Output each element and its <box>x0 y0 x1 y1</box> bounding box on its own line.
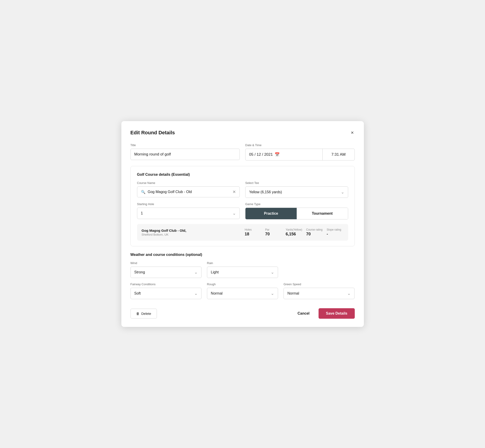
title-input[interactable] <box>130 149 240 160</box>
footer-right: Cancel Save Details <box>294 308 355 319</box>
green-speed-value: Normal <box>287 291 299 296</box>
close-button[interactable]: × <box>350 129 355 136</box>
green-speed-dropdown[interactable]: Normal ⌄ <box>283 288 355 299</box>
game-type-field: Game Type Practice Tournament <box>245 202 348 219</box>
fairway-value: Soft <box>134 291 141 296</box>
modal-header: Edit Round Details × <box>130 129 355 136</box>
starting-hole-field: Starting Hole 1 ⌄ <box>137 202 240 219</box>
golf-course-section: Golf Course details (Essential) Course N… <box>130 166 355 246</box>
course-location: Shelford Bottom, UK <box>142 233 241 236</box>
course-info-card: Gog Magog Golf Club - Old, Shelford Bott… <box>137 224 348 241</box>
time-part[interactable]: 7:31 AM <box>323 149 355 160</box>
rain-label: Rain <box>207 261 278 265</box>
modal-footer: 🗑 Delete Cancel Save Details <box>130 304 355 319</box>
rough-field: Rough Normal ⌄ <box>207 282 278 299</box>
course-name-field: Course Name 🔍 Gog Magog Golf Club - Old … <box>137 181 240 198</box>
starting-hole-value: 1 <box>141 211 143 215</box>
chevron-down-icon: ⌄ <box>347 291 351 296</box>
title-date-row: Title Date & Time 05 / 12 / 2021 📅 7:31 … <box>130 144 355 160</box>
wind-field: Wind Strong ⌄ <box>130 261 202 278</box>
edit-round-modal: Edit Round Details × Title Date & Time 0… <box>121 121 364 327</box>
select-tee-field: Select Tee Yellow (6,156 yards) ⌄ <box>245 181 348 198</box>
chevron-down-icon: ⌄ <box>271 291 274 296</box>
game-type-label: Game Type <box>245 202 348 206</box>
fairway-label: Fairway Conditions <box>130 282 202 286</box>
game-type-toggle: Practice Tournament <box>245 208 348 219</box>
starting-hole-label: Starting Hole <box>137 202 240 206</box>
rough-value: Normal <box>211 291 223 296</box>
holes-stat: Holes 18 <box>241 228 262 237</box>
golf-course-title: Golf Course details (Essential) <box>137 173 348 177</box>
weather-section: Weather and course conditions (optional)… <box>130 253 355 299</box>
course-rating-label: Course rating <box>306 228 323 231</box>
delete-button[interactable]: 🗑 Delete <box>130 309 157 319</box>
search-icon: 🔍 <box>141 190 146 194</box>
save-button[interactable]: Save Details <box>319 308 355 319</box>
select-tee-value: Yellow (6,156 yards) <box>249 190 282 194</box>
datetime-row: 05 / 12 / 2021 📅 7:31 AM <box>245 149 355 160</box>
course-rating-stat: Course rating 70 <box>303 228 323 237</box>
yards-label: Yards(Yellow) <box>286 228 302 231</box>
course-name-label: Course Name <box>137 181 240 185</box>
wind-value: Strong <box>134 270 145 274</box>
chevron-down-icon: ⌄ <box>341 190 344 195</box>
par-stat: Par 70 <box>262 228 282 237</box>
wind-rain-row: Wind Strong ⌄ Rain Light ⌄ <box>130 261 355 278</box>
chevron-down-icon: ⌄ <box>194 291 198 296</box>
date-value: 05 / 12 / 2021 <box>249 152 273 157</box>
yards-value: 6,156 <box>286 232 296 237</box>
holes-value: 18 <box>245 232 249 237</box>
par-label: Par <box>265 228 270 231</box>
delete-label: Delete <box>141 312 151 315</box>
weather-title: Weather and course conditions (optional) <box>130 253 355 257</box>
wind-dropdown[interactable]: Strong ⌄ <box>130 267 202 278</box>
yards-stat: Yards(Yellow) 6,156 <box>282 228 303 237</box>
practice-button[interactable]: Practice <box>245 208 297 219</box>
conditions-row: Fairway Conditions Soft ⌄ Rough Normal ⌄… <box>130 282 355 299</box>
time-value: 7:31 AM <box>331 152 345 157</box>
title-label: Title <box>130 144 240 147</box>
par-value: 70 <box>265 232 270 237</box>
select-tee-dropdown[interactable]: Yellow (6,156 yards) ⌄ <box>245 186 348 198</box>
tournament-button[interactable]: Tournament <box>297 208 348 219</box>
course-rating-value: 70 <box>306 232 311 237</box>
holes-label: Holes <box>245 228 252 231</box>
hole-gametype-row: Starting Hole 1 ⌄ Game Type Practice Tou… <box>137 202 348 219</box>
datetime-label: Date & Time <box>245 144 355 147</box>
modal-title: Edit Round Details <box>130 130 175 136</box>
fairway-dropdown[interactable]: Soft ⌄ <box>130 288 202 299</box>
green-speed-field: Green Speed Normal ⌄ <box>283 282 355 299</box>
course-name-input[interactable]: 🔍 Gog Magog Golf Club - Old ✕ <box>137 186 240 197</box>
chevron-down-icon: ⌄ <box>194 270 198 275</box>
starting-hole-dropdown[interactable]: 1 ⌄ <box>137 208 240 219</box>
select-tee-label: Select Tee <box>245 181 348 185</box>
cancel-button[interactable]: Cancel <box>294 309 313 318</box>
rain-value: Light <box>211 270 219 274</box>
slope-rating-label: Slope rating <box>327 228 341 231</box>
date-part[interactable]: 05 / 12 / 2021 📅 <box>245 149 323 160</box>
rain-dropdown[interactable]: Light ⌄ <box>207 267 278 278</box>
trash-icon: 🗑 <box>136 312 140 315</box>
slope-rating-stat: Slope rating - <box>323 228 344 237</box>
course-tee-row: Course Name 🔍 Gog Magog Golf Club - Old … <box>137 181 348 198</box>
course-name-main: Gog Magog Golf Club - Old, <box>142 229 241 232</box>
green-speed-label: Green Speed <box>283 282 355 286</box>
wind-label: Wind <box>130 261 202 265</box>
clear-icon[interactable]: ✕ <box>233 189 236 194</box>
slope-rating-value: - <box>327 232 328 237</box>
rough-label: Rough <box>207 282 278 286</box>
course-name-block: Gog Magog Golf Club - Old, Shelford Bott… <box>142 229 241 236</box>
fairway-field: Fairway Conditions Soft ⌄ <box>130 282 202 299</box>
title-field-group: Title <box>130 144 240 160</box>
rough-dropdown[interactable]: Normal ⌄ <box>207 288 278 299</box>
chevron-down-icon: ⌄ <box>271 270 274 275</box>
calendar-icon: 📅 <box>275 152 280 157</box>
course-name-value: Gog Magog Golf Club - Old <box>148 190 230 194</box>
chevron-down-icon: ⌄ <box>233 211 236 216</box>
datetime-field-group: Date & Time 05 / 12 / 2021 📅 7:31 AM <box>245 144 355 160</box>
rain-field: Rain Light ⌄ <box>207 261 278 278</box>
